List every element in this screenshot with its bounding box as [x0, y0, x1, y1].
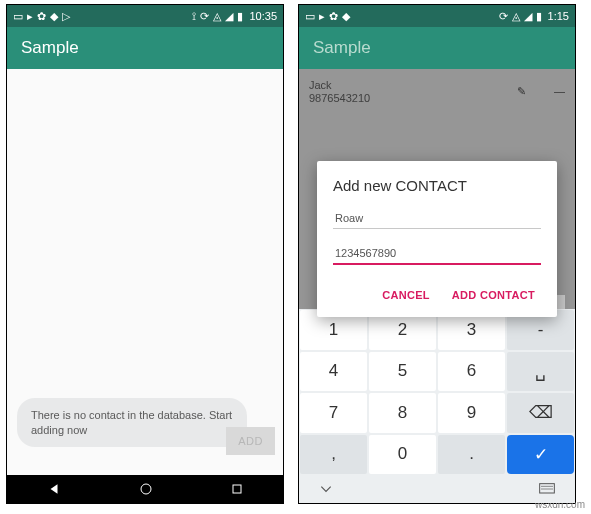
ime-bar: [299, 475, 575, 503]
phone-screen-right: ▭ ▸ ✿ ◆ ⟳ ◬ ◢ ▮ 1:15 Sample Jack 9876543…: [298, 4, 576, 504]
wifi-icon: ◬: [213, 10, 221, 23]
nav-bar: [7, 475, 283, 503]
cast-icon: ▷: [62, 10, 70, 23]
collapse-icon[interactable]: [319, 482, 333, 496]
svg-rect-2: [540, 484, 555, 493]
add-contact-dialog: Add new CONTACT CANCEL ADD CONTACT: [317, 161, 557, 317]
key-backspace[interactable]: ⌫: [507, 393, 574, 433]
signal-icon: ◢: [524, 10, 532, 23]
key-9[interactable]: 9: [438, 393, 505, 433]
battery-icon: ▮: [536, 10, 542, 23]
message-icon: ▭: [305, 10, 315, 23]
status-bar: ▭ ▸ ✿ ◆ ▷ ⟟ ⟳ ◬ ◢ ▮ 10:35: [7, 5, 283, 27]
app-title: Sample: [21, 38, 79, 58]
home-icon[interactable]: [140, 483, 152, 495]
sync-icon: ⟳: [200, 10, 209, 23]
apps-icon: ◆: [342, 10, 350, 23]
play-icon: ▸: [319, 10, 325, 23]
battery-icon: ▮: [237, 10, 243, 23]
phone-screen-left: ▭ ▸ ✿ ◆ ▷ ⟟ ⟳ ◬ ◢ ▮ 10:35 Sample There i…: [6, 4, 284, 504]
key-0[interactable]: 0: [369, 435, 436, 475]
location-icon: ⟟: [192, 10, 196, 23]
status-left: ▭ ▸ ✿ ◆: [305, 10, 350, 23]
numeric-keypad: 1 2 3 - 4 5 6 ␣ 7 8 9 ⌫ , 0 . ✓: [299, 309, 575, 475]
key-4[interactable]: 4: [300, 352, 367, 392]
gear-icon: ✿: [329, 10, 338, 23]
key-6[interactable]: 6: [438, 352, 505, 392]
keyboard-icon[interactable]: [539, 483, 555, 495]
content-area: There is no contact in the database. Sta…: [7, 69, 283, 475]
add-button[interactable]: ADD: [226, 427, 275, 455]
recent-icon[interactable]: [231, 483, 243, 495]
name-field[interactable]: [333, 208, 541, 229]
clock: 10:35: [249, 10, 277, 22]
key-8[interactable]: 8: [369, 393, 436, 433]
play-icon: ▸: [27, 10, 33, 23]
status-right: ⟟ ⟳ ◬ ◢ ▮ 10:35: [192, 10, 277, 23]
wifi-icon: ◬: [512, 10, 520, 23]
key-space[interactable]: ␣: [507, 352, 574, 392]
status-left: ▭ ▸ ✿ ◆ ▷: [13, 10, 70, 23]
key-period[interactable]: .: [438, 435, 505, 475]
svg-rect-1: [233, 485, 241, 493]
key-submit[interactable]: ✓: [507, 435, 574, 475]
confirm-button[interactable]: ADD CONTACT: [446, 281, 541, 309]
apps-icon: ◆: [50, 10, 58, 23]
content-area: Jack 9876543210 ✎ — ADD Add new CONTACT …: [299, 69, 575, 503]
status-bar: ▭ ▸ ✿ ◆ ⟳ ◬ ◢ ▮ 1:15: [299, 5, 575, 27]
gear-icon: ✿: [37, 10, 46, 23]
sync-icon: ⟳: [499, 10, 508, 23]
back-icon[interactable]: [47, 482, 61, 496]
dialog-title: Add new CONTACT: [333, 177, 541, 194]
key-comma[interactable]: ,: [300, 435, 367, 475]
svg-point-0: [141, 484, 151, 494]
key-7[interactable]: 7: [300, 393, 367, 433]
app-title: Sample: [313, 38, 371, 58]
toast-message: There is no contact in the database. Sta…: [17, 398, 247, 447]
message-icon: ▭: [13, 10, 23, 23]
app-bar: Sample: [299, 27, 575, 69]
key-5[interactable]: 5: [369, 352, 436, 392]
clock: 1:15: [548, 10, 569, 22]
signal-icon: ◢: [225, 10, 233, 23]
cancel-button[interactable]: CANCEL: [376, 281, 436, 309]
app-bar: Sample: [7, 27, 283, 69]
status-right: ⟳ ◬ ◢ ▮ 1:15: [499, 10, 569, 23]
dialog-actions: CANCEL ADD CONTACT: [333, 281, 541, 309]
phone-field[interactable]: [333, 243, 541, 265]
